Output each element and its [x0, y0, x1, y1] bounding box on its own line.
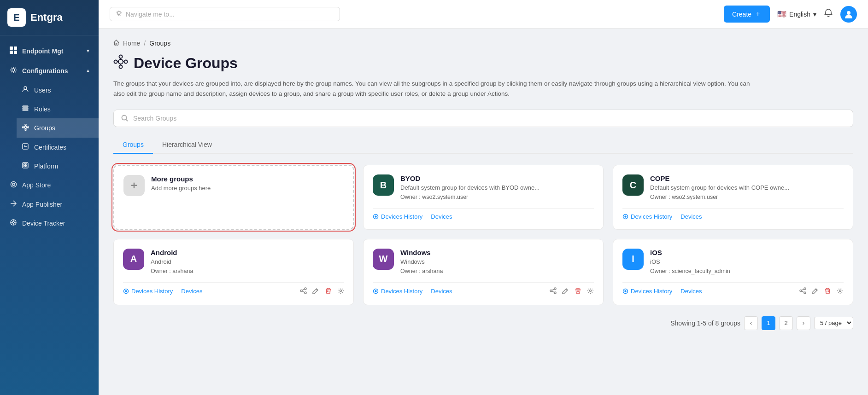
app-store-icon	[9, 181, 18, 189]
user-avatar[interactable]	[840, 6, 857, 23]
byod-header: B BYOD Default system group for devices …	[373, 174, 594, 202]
logo-icon: E	[7, 8, 26, 27]
windows-subtitle: Windows	[400, 258, 443, 266]
android-footer-links: Devices History Devices	[123, 288, 203, 295]
sidebar-item-roles[interactable]: Roles	[17, 99, 99, 118]
tab-groups[interactable]: Groups	[113, 136, 153, 154]
nav-search-bar[interactable]: Navigate me to...	[110, 7, 340, 21]
tab-hierarchical-view[interactable]: Hierarchical View	[153, 136, 221, 154]
ios-footer: Devices History Devices	[622, 282, 844, 296]
notification-bell-icon[interactable]	[824, 8, 833, 20]
svg-point-11	[27, 127, 29, 128]
svg-point-25	[12, 183, 15, 186]
sidebar-item-groups[interactable]: Groups	[17, 118, 99, 138]
platform-icon	[21, 162, 29, 170]
sidebar-item-platform-label: Platform	[34, 163, 58, 170]
language-selector[interactable]: 🇺🇸 English ▾	[777, 10, 816, 18]
byod-footer-links: Devices History Devices	[373, 213, 452, 220]
android-footer: Devices History Devices	[123, 282, 344, 296]
pagination-page-1-button[interactable]: 1	[762, 316, 775, 330]
android-title: Android	[151, 249, 193, 256]
page-title: Device Groups	[134, 55, 238, 72]
breadcrumb-current: Groups	[149, 40, 170, 47]
cope-subtitle: Default system group for devices with CO…	[650, 184, 789, 192]
sidebar-nav: Endpoint Mgt ▾ Configurations ▴ Users Ro…	[0, 35, 99, 395]
sidebar-item-platform[interactable]: Platform	[17, 157, 99, 175]
flag-icon: 🇺🇸	[777, 10, 786, 18]
ios-share-icon[interactable]	[799, 287, 806, 296]
sidebar-item-app-store-label: App Store	[22, 181, 51, 189]
windows-devices-history-link[interactable]: Devices History	[373, 288, 422, 295]
windows-info: Windows Windows Owner : arshana	[400, 249, 443, 276]
main-content: Navigate me to... Create ＋ 🇺🇸 English ▾	[99, 0, 868, 395]
windows-delete-icon[interactable]	[575, 287, 581, 296]
svg-rect-3	[14, 51, 17, 54]
svg-point-51	[305, 288, 306, 290]
android-devices-link[interactable]: Devices	[181, 288, 202, 295]
android-share-icon[interactable]	[300, 287, 307, 296]
ios-delete-icon[interactable]	[824, 287, 831, 296]
svg-rect-21	[26, 164, 27, 165]
svg-point-37	[119, 55, 123, 58]
group-card-add-more[interactable]: + More groups Add more groups here	[113, 165, 354, 230]
svg-point-52	[300, 290, 302, 291]
svg-rect-20	[24, 164, 25, 165]
svg-rect-1	[14, 46, 17, 50]
pagination-page-2-button[interactable]: 2	[779, 316, 793, 330]
android-settings-icon[interactable]	[337, 287, 344, 296]
svg-point-4	[12, 69, 15, 71]
svg-line-71	[802, 291, 804, 292]
create-label: Create	[732, 11, 751, 18]
svg-point-59	[554, 288, 556, 290]
sidebar-item-endpoint-mgt[interactable]: Endpoint Mgt ▾	[0, 41, 99, 61]
cope-devices-history-link[interactable]: Devices History	[622, 213, 672, 220]
ios-footer-links: Devices History Devices	[622, 288, 702, 295]
groups-icon	[21, 124, 29, 132]
ios-settings-icon[interactable]	[837, 287, 844, 296]
ios-devices-history-link[interactable]: Devices History	[622, 288, 672, 295]
sidebar-item-users[interactable]: Users	[17, 81, 99, 99]
windows-devices-link[interactable]: Devices	[431, 288, 452, 295]
search-groups-bar[interactable]: Search Groups	[113, 110, 853, 127]
byod-devices-history-link[interactable]: Devices History	[373, 213, 422, 220]
svg-line-54	[302, 289, 305, 290]
pagination-prev-button[interactable]: ‹	[744, 316, 758, 330]
sidebar-item-app-store[interactable]: App Store	[0, 175, 99, 195]
svg-line-55	[302, 291, 305, 292]
sidebar-item-configurations[interactable]: Configurations ▴	[0, 61, 99, 81]
windows-share-icon[interactable]	[550, 287, 557, 296]
windows-edit-icon[interactable]	[562, 287, 569, 296]
svg-point-33	[847, 11, 850, 15]
ios-subtitle: iOS	[650, 258, 730, 266]
breadcrumb-home[interactable]: Home	[123, 40, 140, 47]
svg-rect-6	[23, 106, 28, 107]
chevron-up-icon: ▴	[87, 68, 89, 74]
sidebar-item-certificates-label: Certificates	[34, 144, 66, 151]
svg-point-56	[340, 290, 342, 291]
windows-owner: Owner : arshana	[400, 267, 443, 276]
windows-settings-icon[interactable]	[587, 287, 594, 296]
nav-search-placeholder: Navigate me to...	[126, 11, 175, 18]
pagination-per-page-select[interactable]: 5 / page	[814, 317, 853, 329]
chevron-down-icon: ▾	[87, 48, 89, 54]
pagination-next-button[interactable]: ›	[797, 316, 810, 330]
sidebar-item-users-label: Users	[34, 87, 51, 94]
android-edit-icon[interactable]	[312, 287, 319, 296]
add-group-avatar: +	[123, 175, 145, 196]
create-button[interactable]: Create ＋	[724, 6, 770, 23]
svg-point-48	[625, 216, 626, 217]
cope-devices-link[interactable]: Devices	[680, 213, 702, 220]
byod-devices-link[interactable]: Devices	[431, 213, 452, 220]
android-delete-icon[interactable]	[325, 287, 332, 296]
ios-devices-link[interactable]: Devices	[680, 288, 702, 295]
sidebar-item-certificates[interactable]: Certificates	[17, 138, 99, 157]
group-card-android: A Android Android Owner : arshana Device…	[113, 239, 354, 305]
svg-point-5	[24, 87, 27, 89]
android-subtitle: Android	[151, 258, 193, 266]
svg-rect-8	[23, 110, 28, 110]
ios-edit-icon[interactable]	[812, 287, 819, 296]
sidebar-item-app-publisher[interactable]: App Publisher	[0, 195, 99, 214]
grid-icon	[9, 46, 18, 55]
android-devices-history-link[interactable]: Devices History	[123, 288, 173, 295]
sidebar-item-device-tracker[interactable]: Device Tracker	[0, 214, 99, 232]
